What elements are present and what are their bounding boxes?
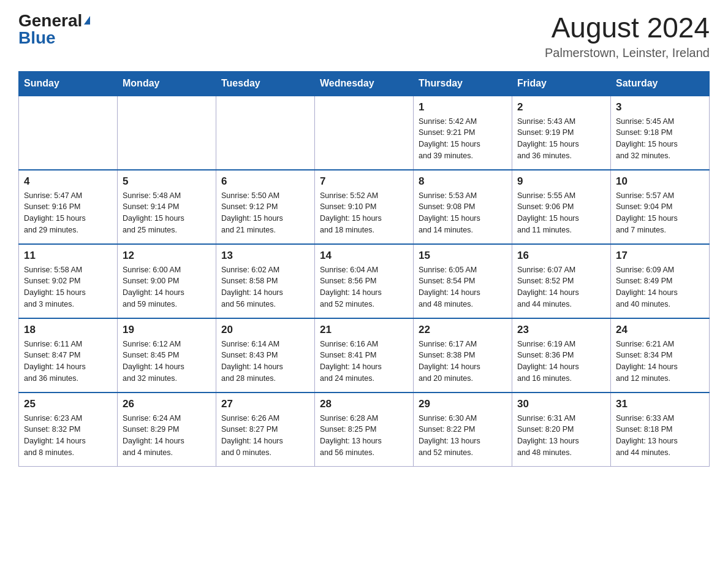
calendar-cell: 18Sunrise: 6:11 AM Sunset: 8:47 PM Dayli… bbox=[19, 318, 118, 393]
calendar-cell: 16Sunrise: 6:07 AM Sunset: 8:52 PM Dayli… bbox=[512, 244, 611, 318]
day-number: 10 bbox=[616, 175, 704, 188]
calendar-cell: 30Sunrise: 6:31 AM Sunset: 8:20 PM Dayli… bbox=[512, 393, 611, 467]
day-info: Sunrise: 6:07 AM Sunset: 8:52 PM Dayligh… bbox=[517, 264, 605, 310]
day-number: 15 bbox=[419, 250, 507, 262]
calendar-cell: 14Sunrise: 6:04 AM Sunset: 8:56 PM Dayli… bbox=[315, 244, 414, 318]
logo-blue-text: Blue bbox=[18, 29, 56, 47]
day-number: 31 bbox=[616, 398, 704, 410]
calendar-cell: 25Sunrise: 6:23 AM Sunset: 8:32 PM Dayli… bbox=[19, 393, 118, 467]
day-info: Sunrise: 6:16 AM Sunset: 8:41 PM Dayligh… bbox=[320, 339, 408, 385]
week-row-4: 18Sunrise: 6:11 AM Sunset: 8:47 PM Dayli… bbox=[19, 318, 710, 393]
day-number: 18 bbox=[24, 324, 112, 336]
day-number: 5 bbox=[123, 175, 211, 188]
day-info: Sunrise: 6:05 AM Sunset: 8:54 PM Dayligh… bbox=[419, 264, 507, 310]
calendar-cell bbox=[19, 96, 118, 170]
header-monday: Monday bbox=[118, 71, 216, 96]
calendar-cell: 11Sunrise: 5:58 AM Sunset: 9:02 PM Dayli… bbox=[19, 244, 118, 318]
day-info: Sunrise: 5:57 AM Sunset: 9:04 PM Dayligh… bbox=[616, 190, 704, 236]
day-number: 1 bbox=[419, 101, 507, 113]
calendar-cell: 26Sunrise: 6:24 AM Sunset: 8:29 PM Dayli… bbox=[118, 393, 216, 467]
day-info: Sunrise: 6:12 AM Sunset: 8:45 PM Dayligh… bbox=[123, 339, 211, 385]
calendar-cell bbox=[216, 96, 315, 170]
week-row-5: 25Sunrise: 6:23 AM Sunset: 8:32 PM Dayli… bbox=[19, 393, 710, 467]
day-number: 28 bbox=[320, 398, 408, 410]
calendar-cell: 17Sunrise: 6:09 AM Sunset: 8:49 PM Dayli… bbox=[611, 244, 710, 318]
day-info: Sunrise: 6:02 AM Sunset: 8:58 PM Dayligh… bbox=[221, 264, 309, 310]
location-subtitle: Palmerstown, Leinster, Ireland bbox=[545, 46, 710, 60]
calendar-cell: 7Sunrise: 5:52 AM Sunset: 9:10 PM Daylig… bbox=[315, 170, 414, 244]
day-info: Sunrise: 6:04 AM Sunset: 8:56 PM Dayligh… bbox=[320, 264, 408, 310]
calendar-header-row: SundayMondayTuesdayWednesdayThursdayFrid… bbox=[19, 71, 710, 96]
week-row-1: 1Sunrise: 5:42 AM Sunset: 9:21 PM Daylig… bbox=[19, 96, 710, 170]
day-number: 9 bbox=[517, 175, 605, 188]
day-info: Sunrise: 6:33 AM Sunset: 8:18 PM Dayligh… bbox=[616, 413, 704, 459]
calendar-cell: 4Sunrise: 5:47 AM Sunset: 9:16 PM Daylig… bbox=[19, 170, 118, 244]
day-number: 4 bbox=[24, 175, 112, 188]
day-number: 17 bbox=[616, 250, 704, 262]
day-info: Sunrise: 5:58 AM Sunset: 9:02 PM Dayligh… bbox=[24, 264, 112, 310]
calendar-cell: 19Sunrise: 6:12 AM Sunset: 8:45 PM Dayli… bbox=[118, 318, 216, 393]
calendar-cell: 8Sunrise: 5:53 AM Sunset: 9:08 PM Daylig… bbox=[414, 170, 512, 244]
calendar-cell: 20Sunrise: 6:14 AM Sunset: 8:43 PM Dayli… bbox=[216, 318, 315, 393]
day-info: Sunrise: 6:21 AM Sunset: 8:34 PM Dayligh… bbox=[616, 339, 704, 385]
day-info: Sunrise: 6:30 AM Sunset: 8:22 PM Dayligh… bbox=[419, 413, 507, 459]
day-info: Sunrise: 6:26 AM Sunset: 8:27 PM Dayligh… bbox=[221, 413, 309, 459]
calendar-cell: 29Sunrise: 6:30 AM Sunset: 8:22 PM Dayli… bbox=[414, 393, 512, 467]
day-number: 19 bbox=[123, 324, 211, 336]
calendar-cell: 5Sunrise: 5:48 AM Sunset: 9:14 PM Daylig… bbox=[118, 170, 216, 244]
day-number: 16 bbox=[517, 250, 605, 262]
header-friday: Friday bbox=[512, 71, 611, 96]
day-info: Sunrise: 6:00 AM Sunset: 9:00 PM Dayligh… bbox=[123, 264, 211, 310]
day-info: Sunrise: 5:45 AM Sunset: 9:18 PM Dayligh… bbox=[616, 116, 704, 162]
day-number: 8 bbox=[419, 175, 507, 188]
calendar-cell: 15Sunrise: 6:05 AM Sunset: 8:54 PM Dayli… bbox=[414, 244, 512, 318]
day-number: 29 bbox=[419, 398, 507, 410]
day-number: 7 bbox=[320, 175, 408, 188]
calendar-table: SundayMondayTuesdayWednesdayThursdayFrid… bbox=[18, 71, 710, 467]
day-info: Sunrise: 6:14 AM Sunset: 8:43 PM Dayligh… bbox=[221, 339, 309, 385]
page-header: General Blue August 2024 Palmerstown, Le… bbox=[18, 12, 710, 60]
day-number: 22 bbox=[419, 324, 507, 336]
day-info: Sunrise: 6:09 AM Sunset: 8:49 PM Dayligh… bbox=[616, 264, 704, 310]
day-number: 11 bbox=[24, 250, 112, 262]
header-thursday: Thursday bbox=[414, 71, 512, 96]
calendar-cell: 28Sunrise: 6:28 AM Sunset: 8:25 PM Dayli… bbox=[315, 393, 414, 467]
day-info: Sunrise: 6:24 AM Sunset: 8:29 PM Dayligh… bbox=[123, 413, 211, 459]
header-saturday: Saturday bbox=[611, 71, 710, 96]
week-row-2: 4Sunrise: 5:47 AM Sunset: 9:16 PM Daylig… bbox=[19, 170, 710, 244]
calendar-cell: 1Sunrise: 5:42 AM Sunset: 9:21 PM Daylig… bbox=[414, 96, 512, 170]
week-row-3: 11Sunrise: 5:58 AM Sunset: 9:02 PM Dayli… bbox=[19, 244, 710, 318]
day-number: 21 bbox=[320, 324, 408, 336]
day-info: Sunrise: 5:43 AM Sunset: 9:19 PM Dayligh… bbox=[517, 116, 605, 162]
calendar-cell: 3Sunrise: 5:45 AM Sunset: 9:18 PM Daylig… bbox=[611, 96, 710, 170]
calendar-cell: 24Sunrise: 6:21 AM Sunset: 8:34 PM Dayli… bbox=[611, 318, 710, 393]
calendar-cell bbox=[315, 96, 414, 170]
calendar-cell: 22Sunrise: 6:17 AM Sunset: 8:38 PM Dayli… bbox=[414, 318, 512, 393]
day-info: Sunrise: 5:42 AM Sunset: 9:21 PM Dayligh… bbox=[419, 116, 507, 162]
day-number: 20 bbox=[221, 324, 309, 336]
calendar-cell: 27Sunrise: 6:26 AM Sunset: 8:27 PM Dayli… bbox=[216, 393, 315, 467]
day-number: 24 bbox=[616, 324, 704, 336]
day-number: 30 bbox=[517, 398, 605, 410]
day-info: Sunrise: 5:52 AM Sunset: 9:10 PM Dayligh… bbox=[320, 190, 408, 236]
day-number: 27 bbox=[221, 398, 309, 410]
day-number: 2 bbox=[517, 101, 605, 113]
day-info: Sunrise: 5:48 AM Sunset: 9:14 PM Dayligh… bbox=[123, 190, 211, 236]
header-wednesday: Wednesday bbox=[315, 71, 414, 96]
day-number: 23 bbox=[517, 324, 605, 336]
day-info: Sunrise: 5:53 AM Sunset: 9:08 PM Dayligh… bbox=[419, 190, 507, 236]
day-info: Sunrise: 6:28 AM Sunset: 8:25 PM Dayligh… bbox=[320, 413, 408, 459]
logo-arrow-icon bbox=[84, 16, 90, 25]
calendar-cell: 23Sunrise: 6:19 AM Sunset: 8:36 PM Dayli… bbox=[512, 318, 611, 393]
day-number: 26 bbox=[123, 398, 211, 410]
day-info: Sunrise: 6:23 AM Sunset: 8:32 PM Dayligh… bbox=[24, 413, 112, 459]
logo: General Blue bbox=[18, 12, 90, 47]
calendar-cell: 6Sunrise: 5:50 AM Sunset: 9:12 PM Daylig… bbox=[216, 170, 315, 244]
day-info: Sunrise: 5:47 AM Sunset: 9:16 PM Dayligh… bbox=[24, 190, 112, 236]
day-number: 25 bbox=[24, 398, 112, 410]
calendar-cell: 31Sunrise: 6:33 AM Sunset: 8:18 PM Dayli… bbox=[611, 393, 710, 467]
calendar-cell bbox=[118, 96, 216, 170]
day-info: Sunrise: 5:50 AM Sunset: 9:12 PM Dayligh… bbox=[221, 190, 309, 236]
day-number: 3 bbox=[616, 101, 704, 113]
calendar-cell: 10Sunrise: 5:57 AM Sunset: 9:04 PM Dayli… bbox=[611, 170, 710, 244]
